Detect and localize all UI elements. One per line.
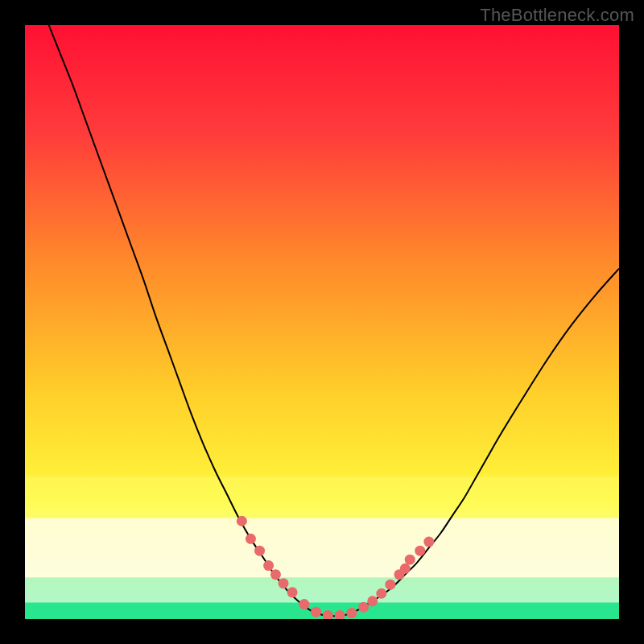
marker-dot [367, 596, 378, 606]
marker-dot [346, 608, 357, 618]
chart-svg [25, 25, 619, 619]
bands-group [25, 477, 619, 619]
marker-dot [299, 599, 309, 609]
marker-dot [423, 537, 434, 547]
marker-dot [400, 564, 411, 574]
watermark-text: TheBottleneck.com [480, 5, 634, 26]
band-yellow-wash [25, 477, 619, 518]
marker-dot [270, 569, 281, 580]
marker-dot [279, 578, 289, 588]
marker-dot [254, 546, 265, 556]
marker-dot [358, 602, 369, 613]
marker-dot [246, 534, 256, 544]
marker-dot [237, 516, 247, 526]
band-cream-band [25, 518, 619, 578]
marker-dot [311, 607, 321, 617]
plot-area [25, 25, 619, 619]
marker-dot [405, 555, 415, 565]
marker-dot [376, 588, 386, 599]
band-green-zone [25, 602, 619, 619]
marker-dot [385, 580, 395, 590]
marker-dot [415, 546, 425, 556]
marker-dot [287, 587, 298, 597]
band-green-fade [25, 577, 619, 602]
chart-frame: TheBottleneck.com [0, 0, 644, 644]
marker-dot [263, 560, 274, 571]
